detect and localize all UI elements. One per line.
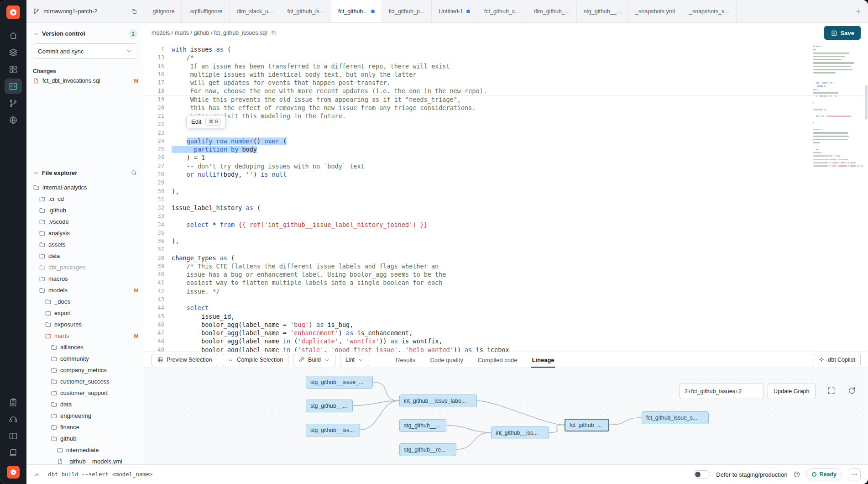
notes-icon[interactable]	[5, 395, 22, 410]
tree-item[interactable]: customer_success	[26, 376, 144, 387]
editor-tab[interactable]: _snapshots_s...	[682, 0, 737, 22]
code-line[interactable]: 13 /*	[144, 53, 868, 62]
tree-item[interactable]: finance	[26, 421, 144, 433]
code-line[interactable]: 34 select * from {{ ref('int_github__iss…	[144, 221, 868, 229]
lineage-node[interactable]: fct_github_issue_s...	[642, 411, 709, 424]
tree-item[interactable]: customer_support	[26, 387, 144, 399]
code-line[interactable]: 40 issue has a bug or enhancement label.…	[144, 270, 868, 279]
lineage-node[interactable]: stg_github__...	[399, 419, 446, 432]
tree-item[interactable]: _docs	[26, 296, 144, 307]
search-icon[interactable]	[131, 169, 137, 176]
panel-tab-compiled-code[interactable]: Compiled code	[472, 352, 523, 368]
code-line[interactable]: 32issue_label_history as (	[144, 204, 868, 212]
home-icon[interactable]	[5, 28, 22, 43]
lineage-node[interactable]: stg_github__re...	[399, 443, 456, 456]
editor-tab[interactable]: Untitled-1	[432, 0, 477, 22]
lineage-node[interactable]: stg_github__iss...	[306, 424, 360, 437]
panel-tab-code-quality[interactable]: Code quality	[424, 352, 468, 368]
tree-item[interactable]: _github__models.yml	[26, 456, 144, 464]
support-icon[interactable]	[5, 411, 22, 427]
fullscreen-icon[interactable]	[827, 386, 836, 395]
lineage-node[interactable]: int_github__issue_labe...	[399, 395, 477, 407]
docs-icon[interactable]	[5, 445, 22, 461]
git-branch-nav-icon[interactable]	[5, 95, 22, 111]
tree-item[interactable]: data	[26, 250, 144, 262]
version-control-header[interactable]: Version control 1	[26, 23, 144, 42]
lineage-node[interactable]: stg_github__issue_...	[306, 376, 373, 389]
build-button[interactable]: Build	[293, 354, 335, 366]
tree-item[interactable]: .ci_cd	[26, 193, 144, 205]
update-graph-button[interactable]: Update Graph	[768, 384, 816, 399]
tree-item[interactable]: engineering	[26, 410, 144, 421]
editor-tab[interactable]: fct_github_c...	[477, 0, 527, 22]
editor-scrollbar[interactable]	[864, 43, 868, 352]
tree-item[interactable]: exposures	[26, 319, 144, 330]
apps-grid-icon[interactable]	[5, 62, 22, 77]
tree-item[interactable]: assets	[26, 239, 144, 250]
editor-tab[interactable]: dim_slack_u...	[230, 0, 281, 22]
code-line[interactable]: 1with issues as (	[144, 45, 868, 53]
tree-item[interactable]: data	[26, 399, 144, 410]
tree-item[interactable]: intermediate	[26, 444, 144, 456]
editor-tab[interactable]: fct_github...	[331, 0, 382, 22]
code-line[interactable]: 46 boolor_agg(label_name = 'bug') as is_…	[144, 321, 868, 329]
tree-item[interactable]: internal-analytics	[26, 182, 144, 193]
defer-toggle[interactable]	[694, 470, 710, 479]
tree-item[interactable]: dbt_packages	[26, 262, 144, 273]
code-line[interactable]: 27 -- don't try deduping issues with no …	[144, 162, 868, 170]
code-line[interactable]: 38change_types as (	[144, 254, 868, 262]
code-line[interactable]: 15 If an issue has been transferred to a…	[144, 62, 868, 70]
copy-branch-icon[interactable]	[131, 8, 137, 15]
network-icon[interactable]	[5, 112, 22, 128]
code-line[interactable]: 35	[144, 229, 868, 237]
lineage-node[interactable]: int_github__iss...	[491, 426, 549, 439]
expand-panel-icon[interactable]	[34, 471, 41, 478]
branch-selector[interactable]: mirnawong1-patch-2	[26, 0, 144, 22]
code-line[interactable]: 22	[144, 120, 868, 128]
commit-and-sync-select[interactable]: Commit and sync	[33, 43, 137, 59]
file-explorer-header[interactable]: File explorer	[26, 165, 144, 180]
tree-item[interactable]: martsM	[26, 330, 144, 342]
lineage-node[interactable]: stg_github__...	[306, 400, 353, 412]
compile-selection-button[interactable]: Compile Selection	[222, 354, 288, 366]
code-line[interactable]: 16 multiple issues with identical body t…	[144, 70, 868, 79]
refresh-icon[interactable]	[847, 386, 856, 395]
editor-tab[interactable]: dim_github_...	[527, 0, 577, 22]
code-line[interactable]: 36),	[144, 237, 868, 245]
code-line[interactable]: 18 For now, choose the one with more rec…	[144, 87, 868, 95]
tree-item[interactable]: macros	[26, 273, 144, 284]
tree-item[interactable]: analysis	[26, 227, 144, 239]
new-tab-button[interactable]	[848, 0, 868, 22]
editor-tab[interactable]: fct_github_p...	[382, 0, 432, 22]
code-line[interactable]: 21 Let's revisit this modeling in the fu…	[144, 112, 868, 120]
lint-button[interactable]: Lint	[340, 354, 369, 366]
dbt-copilot-button[interactable]: dbt Copilot	[813, 354, 861, 366]
status-badge[interactable]: Ready	[806, 468, 842, 480]
lineage-node[interactable]: fct_github_...	[565, 419, 609, 431]
editor-tab[interactable]: .gitignore	[144, 0, 182, 22]
code-line[interactable]: 30),	[144, 187, 868, 195]
code-line[interactable]: 17 will get updates for events that happ…	[144, 79, 868, 87]
tree-item[interactable]: export	[26, 307, 144, 319]
code-line[interactable]: 47 boolor_agg(label_name = 'enhancement'…	[144, 329, 868, 337]
tree-item[interactable]: modelsM	[26, 284, 144, 296]
tree-item[interactable]: github	[26, 433, 144, 444]
code-line[interactable]: 25 partition by body	[144, 145, 868, 153]
warehouse-icon[interactable]	[5, 45, 22, 60]
scrollbar-thumb[interactable]	[865, 85, 868, 120]
changed-file-item[interactable]: fct_dbt_invocations.sqlM	[26, 76, 144, 85]
code-line[interactable]: 26 ) = 1	[144, 153, 868, 162]
code-line[interactable]: 42 issue. */	[144, 287, 868, 295]
editor-tab[interactable]: _snapshots.yml	[628, 0, 682, 22]
code-line[interactable]: 44 select	[144, 304, 868, 312]
minimap[interactable]	[813, 46, 863, 168]
code-line[interactable]: 37	[144, 245, 868, 253]
copy-path-icon[interactable]	[271, 30, 277, 36]
code-line[interactable]: 45 issue_id,	[144, 312, 868, 321]
tree-item[interactable]: community	[26, 353, 144, 364]
save-button[interactable]: Save	[824, 26, 861, 40]
code-line[interactable]: 43	[144, 295, 868, 304]
code-line[interactable]: 28 or nullif(body, '') is null	[144, 170, 868, 179]
help-icon[interactable]	[793, 471, 800, 478]
editor-tab[interactable]: stg_github__...	[577, 0, 628, 22]
